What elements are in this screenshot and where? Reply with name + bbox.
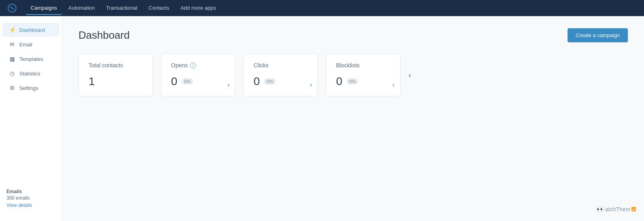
gear-icon: ⚙ bbox=[9, 85, 15, 91]
card-opens[interactable]: Opensi 00% › bbox=[161, 54, 235, 96]
card-value-row: 1 bbox=[89, 75, 143, 88]
card-value: 0 bbox=[336, 75, 343, 88]
card-badge: 0% bbox=[347, 78, 359, 85]
nav-item-transactional[interactable]: Transactional bbox=[101, 2, 142, 15]
card-value: 1 bbox=[89, 75, 95, 88]
sidebar-footer: Emails 300 emails View details bbox=[0, 182, 62, 215]
nav-item-contacts[interactable]: Contacts bbox=[144, 2, 174, 15]
page-header: Dashboard Create a campaign bbox=[78, 28, 628, 42]
card-badge: 0% bbox=[264, 78, 276, 85]
card-blocklists[interactable]: Blocklists 00% › bbox=[326, 54, 400, 96]
nav-item-automation[interactable]: Automation bbox=[64, 2, 100, 15]
grid-icon: ▦ bbox=[9, 56, 15, 62]
app-body: ⚡ Dashboard✉ Email▦ Templates◷ Statistic… bbox=[0, 16, 644, 221]
page-title: Dashboard bbox=[78, 29, 130, 42]
card-total-contacts[interactable]: Total contacts 1 bbox=[78, 54, 153, 96]
nav-item-add-more-apps[interactable]: Add more apps bbox=[175, 2, 221, 15]
nav-items: CampaignsAutomationTransactionalContacts… bbox=[26, 2, 221, 15]
sidebar-item-statistics[interactable]: ◷ Statistics bbox=[2, 67, 60, 80]
sidebar-label: Statistics bbox=[19, 71, 40, 77]
card-value-row: 00% bbox=[171, 75, 225, 88]
card-clicks[interactable]: Clicks 00% › bbox=[244, 54, 318, 96]
card-title-text: Opens bbox=[171, 62, 188, 69]
view-details-link[interactable]: View details bbox=[6, 202, 32, 208]
sidebar-item-dashboard[interactable]: ⚡ Dashboard bbox=[2, 23, 60, 37]
app-logo[interactable] bbox=[6, 2, 18, 14]
card-title-text: Clicks bbox=[254, 62, 268, 69]
card-value-row: 00% bbox=[336, 75, 390, 88]
card-badge: 0% bbox=[182, 78, 194, 85]
card-title: Total contacts bbox=[89, 62, 143, 69]
branding: 👀 atchThem 📶 bbox=[597, 205, 636, 213]
create-campaign-button[interactable]: Create a campaign bbox=[568, 28, 628, 42]
sidebar-item-templates[interactable]: ▦ Templates bbox=[2, 52, 60, 66]
sidebar-label: Dashboard bbox=[19, 27, 45, 33]
info-icon: i bbox=[190, 63, 196, 69]
card-title: Blocklists bbox=[336, 62, 390, 69]
clock-icon: ◷ bbox=[9, 70, 15, 77]
card-title-text: Blocklists bbox=[336, 62, 359, 69]
card-title-text: Total contacts bbox=[89, 62, 123, 69]
sidebar-label: Email bbox=[19, 42, 33, 48]
sidebar-item-email[interactable]: ✉ Email bbox=[2, 38, 60, 51]
card-value: 0 bbox=[254, 75, 260, 88]
card-chevron-right-icon[interactable]: › bbox=[392, 81, 394, 88]
nav-item-campaigns[interactable]: Campaigns bbox=[26, 2, 62, 15]
card-title: Opensi bbox=[171, 62, 225, 69]
pulse-icon: ⚡ bbox=[9, 27, 15, 33]
sidebar-item-settings[interactable]: ⚙ Settings bbox=[2, 81, 60, 95]
top-navigation: CampaignsAutomationTransactionalContacts… bbox=[0, 0, 644, 16]
branding-eyes-icon: 👀 bbox=[597, 205, 605, 213]
card-value-row: 00% bbox=[254, 75, 308, 88]
main-content: Dashboard Create a campaign Total contac… bbox=[62, 16, 644, 221]
card-value: 0 bbox=[171, 75, 178, 88]
branding-text: atchThem bbox=[605, 206, 630, 213]
sidebar: ⚡ Dashboard✉ Email▦ Templates◷ Statistic… bbox=[0, 16, 62, 221]
cards-row: Total contacts 1 Opensi 00% › Clicks 00%… bbox=[78, 54, 628, 96]
card-chevron-right-icon[interactable]: › bbox=[310, 81, 312, 88]
sidebar-label: Settings bbox=[19, 85, 38, 91]
sidebar-label: Templates bbox=[19, 56, 43, 62]
envelope-icon: ✉ bbox=[9, 41, 15, 48]
card-chevron-right-icon[interactable]: › bbox=[227, 81, 229, 88]
branding-wifi-icon: 📶 bbox=[631, 207, 636, 211]
sidebar-footer-label: Emails bbox=[6, 189, 56, 194]
sidebar-footer-count: 300 emails bbox=[6, 195, 56, 201]
extra-chevron-right-icon[interactable]: › bbox=[409, 54, 411, 96]
card-title: Clicks bbox=[254, 62, 308, 69]
